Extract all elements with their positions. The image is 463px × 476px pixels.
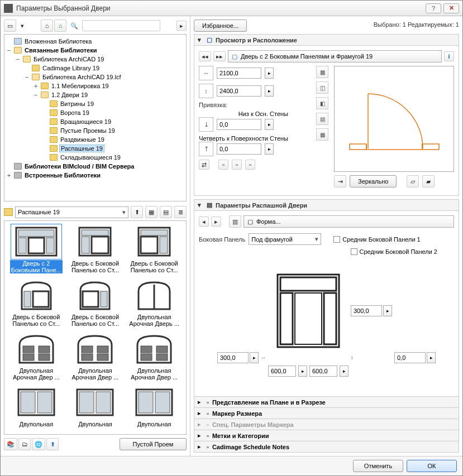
tree-item[interactable]: −Связанные Библиотеки [6,46,185,55]
folder-combo[interactable]: Распашные 19 [15,206,128,218]
lib-btn-3[interactable]: 🌐 [32,438,45,450]
form-button[interactable]: ▢ Форма... [244,215,454,228]
thumbnail-item[interactable]: Двупольная [67,385,124,427]
width-input[interactable] [217,68,261,79]
width-stepper[interactable]: ▸ [265,68,274,79]
dropdown-icon[interactable]: ▾ [17,21,27,31]
dim-left-input[interactable] [217,352,249,363]
dim-top-input[interactable] [351,305,382,316]
help-button[interactable]: ? [426,3,441,13]
dim-br-input[interactable] [309,366,337,377]
opt-btn-c[interactable]: ▫ [245,160,255,170]
cancel-button[interactable]: Отменить [353,460,403,472]
item-nav-row: ◂◂ ▸▸ ▢ Дверь с 2 Боковыми Панелями и Фр… [199,50,454,62]
view-mode-button[interactable]: ▭ [4,20,16,32]
thumbnail-item[interactable]: Дверь с Боковой Панелью со Ст... [8,278,65,327]
nav-next-button[interactable]: ▸▸ [213,51,226,61]
thumbnail-grid[interactable]: Дверь с 2 Боковыми Пане...Дверь с Боково… [8,224,183,427]
tree-item[interactable]: Распашные 19 [6,144,185,153]
lib-btn-4[interactable]: ⬆ [46,438,59,450]
dim-br-stepper[interactable]: ▸ [340,366,349,377]
dim-bl-input[interactable] [268,366,296,377]
tree-item[interactable]: Вложенная Библиотека [6,37,185,46]
tree-item[interactable]: Раздвижные 19 [6,135,185,144]
side-panel-combo[interactable]: Под фрамугой [249,233,321,245]
favorite-button[interactable]: Избранное... [194,20,247,32]
flip-icon-3[interactable]: ▰ [422,175,435,187]
tree-item[interactable]: Вращающиеся 19 [6,117,185,126]
tree-item[interactable]: Витрины 19 [6,99,185,108]
view-large-button[interactable]: ▦ [145,206,157,218]
thumbnail-item[interactable]: Двупольная [126,385,183,427]
param-icon-btn[interactable]: ▥ [229,215,241,228]
collapsed-section-head[interactable]: ▸▫Маркер Размера [194,407,459,419]
tree-item[interactable]: +1.1 Мебелировка 19 [6,81,185,90]
thumbnail-item[interactable]: Дверь с Боковой Панелью со Ст... [67,224,124,273]
nav-prev-button[interactable]: ◂◂ [199,51,211,61]
thumbnail-item[interactable]: Дверь с Боковой Панелью со Ст... [67,278,124,327]
pv-mode-2[interactable]: ◫ [316,81,328,94]
filter-btn-2[interactable]: ⌂ [54,20,66,32]
reveal-stepper[interactable]: ▸ [265,143,274,155]
collapsed-section-head[interactable]: ▸▫Cadimage Schedule Notes [194,441,459,453]
ok-button[interactable]: ОК [407,460,457,472]
filter-btn-1[interactable]: ⌂ [41,20,53,32]
param-next-button[interactable]: ▸ [211,217,221,227]
dim-top-stepper[interactable]: ▸ [383,305,392,316]
flip-icon-1[interactable]: ⇥ [334,175,346,187]
pv-mode-5[interactable]: ▦ [316,128,328,141]
pv-mode-3[interactable]: ◧ [316,97,328,109]
thumbnail-item[interactable]: Двупольная Арочная Двер ... [67,331,124,381]
collapse-tree-button[interactable]: ▸ [176,21,187,31]
thumbnail-item[interactable]: Двупольная Арочная Дверь ... [126,278,183,327]
anchor-base-input[interactable] [217,119,261,130]
view-small-button[interactable]: ▤ [160,206,172,218]
info-button[interactable]: i [444,51,454,61]
height-stepper[interactable]: ▸ [265,85,274,97]
thumbnail-item[interactable]: Двупольная [8,385,65,427]
view-list-button[interactable]: ≣ [174,206,187,218]
height-input[interactable] [217,85,261,97]
up-folder-button[interactable]: ⬆ [131,206,143,218]
mullion2-check[interactable]: Средник Боковой Панели 2 [351,248,437,255]
tree-item[interactable]: +Встроенные Библиотеки [6,171,185,180]
section-params-head[interactable]: ▾ ▤ Параметры Распашной Двери [194,199,459,211]
thumbnail-item[interactable]: Дверь с 2 Боковыми Пане... [8,224,65,273]
thumbnail-item[interactable]: Двупольная Арочная Двер ... [8,331,65,381]
lib-btn-2[interactable]: 🗂 [18,438,31,450]
search-input[interactable] [82,20,160,31]
link-dim-button[interactable]: ⇄ [199,160,209,170]
thumbnail-item[interactable]: Двупольная Арочная Двер ... [126,331,183,381]
tree-item[interactable]: Библиотеки BIMcloud / BIM Сервера [6,162,185,171]
lib-btn-1[interactable]: 📚 [4,438,17,450]
reveal-input[interactable] [217,143,261,155]
tree-item[interactable]: Ворота 19 [6,108,185,117]
tree-item[interactable]: −Библиотека ArchiCAD 19 [6,55,185,64]
dim-left-stepper[interactable]: ▸ [250,352,259,363]
thumbnail-item[interactable]: Дверь с Боковой Панелью со Ст... [126,224,183,273]
pv-mode-1[interactable]: ▩ [316,66,328,78]
collapsed-section-head[interactable]: ▸▫Метки и Категории [194,430,459,441]
collapsed-section-head[interactable]: ▸▫Представление на Плане и в Разрезе [194,396,459,408]
mirror-button[interactable]: Зеркально [350,175,397,187]
opt-btn-b[interactable]: ▫ [232,160,242,170]
item-name-bar[interactable]: ▢ Дверь с 2 Боковыми Панелями и Фрамугой… [228,50,442,62]
pv-mode-4[interactable]: ▤ [316,113,328,125]
library-tree[interactable]: Вложенная Библиотека−Связанные Библиотек… [4,34,187,201]
param-prev-button[interactable]: ◂ [199,217,209,227]
anchor-base-stepper[interactable]: ▸ [265,119,274,130]
dim-bl-stepper[interactable]: ▸ [298,366,307,377]
dim-right-input[interactable] [394,352,426,363]
tree-item[interactable]: Складывающиеся 19 [6,153,185,162]
close-button[interactable]: ✕ [443,3,459,13]
dim-right-stepper[interactable]: ▸ [427,352,436,363]
tree-item[interactable]: Пустые Проемы 19 [6,126,185,135]
empty-opening-button[interactable]: Пустой Проем [120,438,187,450]
tree-item[interactable]: −Библиотека ArchiCAD 19.lcf [6,73,185,81]
mullion1-check[interactable]: Средник Боковой Панели 1 [333,236,420,243]
flip-icon-2[interactable]: ▱ [407,175,419,187]
opt-btn-a[interactable]: ▫ [218,160,228,170]
tree-item[interactable]: Cadimage Library 19 [6,64,185,73]
section-preview-head[interactable]: ▾ ▢ Просмотр и Расположение [194,34,459,46]
tree-item[interactable]: −1.2 Двери 19 [6,90,185,99]
